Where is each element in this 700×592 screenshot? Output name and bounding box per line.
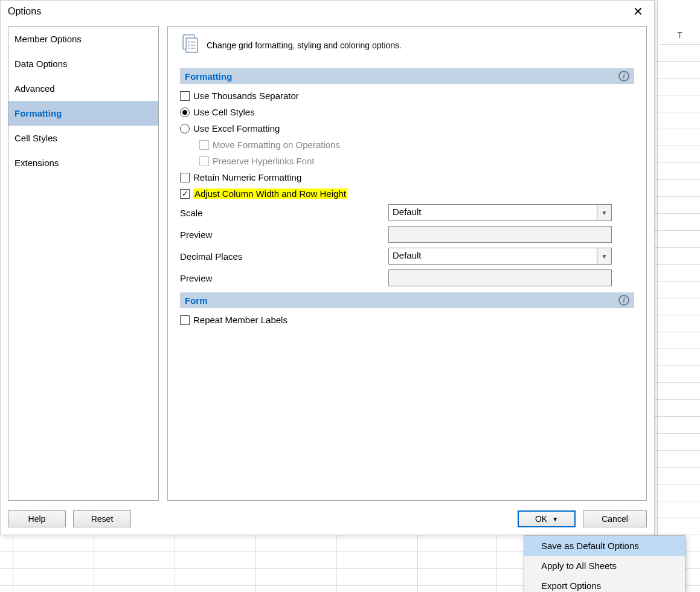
- ok-dropdown-menu: Save as Default Options Apply to All She…: [524, 535, 686, 592]
- info-icon[interactable]: i: [618, 71, 629, 82]
- checkbox-retain-numeric[interactable]: [180, 173, 190, 182]
- menu-export-options[interactable]: Export Options: [524, 576, 685, 592]
- close-icon[interactable]: ✕: [628, 3, 648, 20]
- checkbox-repeat-member-labels[interactable]: [180, 315, 190, 325]
- chevron-down-icon[interactable]: ▼: [597, 205, 611, 220]
- chevron-down-icon[interactable]: ▼: [552, 516, 558, 523]
- label-move-formatting: Move Formatting on Operations: [213, 140, 340, 150]
- label-adjust-column-width: Adjust Column Width and Row Height: [193, 188, 347, 199]
- sidebar-item-formatting[interactable]: Formatting: [8, 101, 158, 126]
- sidebar-item-cell-styles[interactable]: Cell Styles: [8, 126, 158, 150]
- category-sidebar: Member Options Data Options Advanced For…: [8, 26, 159, 501]
- label-preview-scale: Preview: [180, 230, 388, 240]
- ok-button-label: OK: [535, 514, 547, 524]
- label-decimal-places: Decimal Places: [180, 251, 388, 262]
- page-description: Change grid formatting, styling and colo…: [207, 40, 402, 50]
- combo-scale-value: Default: [389, 205, 597, 220]
- reset-button[interactable]: Reset: [73, 510, 131, 527]
- svg-point-4: [188, 44, 190, 46]
- sidebar-item-member-options[interactable]: Member Options: [8, 27, 158, 51]
- cancel-button[interactable]: Cancel: [583, 510, 647, 527]
- checkbox-move-formatting: [199, 140, 209, 150]
- button-bar: Help Reset OK ▼ Cancel: [8, 510, 647, 527]
- options-dialog: Options ✕ Member Options Data Options Ad…: [0, 0, 655, 535]
- svg-point-6: [188, 48, 190, 50]
- section-form-header: Form i: [180, 292, 634, 308]
- sidebar-item-data-options[interactable]: Data Options: [8, 51, 158, 76]
- combo-scale[interactable]: Default ▼: [388, 204, 612, 221]
- chevron-down-icon[interactable]: ▼: [597, 248, 611, 264]
- info-icon[interactable]: i: [618, 295, 629, 306]
- label-use-cell-styles: Use Cell Styles: [193, 107, 255, 117]
- section-formatting-header: Formatting i: [180, 68, 634, 84]
- label-preview-decimal: Preview: [180, 273, 388, 283]
- label-scale: Scale: [180, 208, 388, 218]
- label-use-thousands: Use Thousands Separator: [193, 91, 299, 101]
- help-button[interactable]: Help: [8, 510, 66, 527]
- dialog-title: Options: [8, 6, 41, 17]
- titlebar: Options ✕: [1, 1, 654, 26]
- menu-apply-all-sheets[interactable]: Apply to All Sheets: [524, 556, 685, 576]
- label-use-excel-formatting: Use Excel Formatting: [193, 123, 280, 134]
- label-preserve-hyperlinks: Preserve Hyperlinks Font: [213, 156, 314, 166]
- content-panel: Change grid formatting, styling and colo…: [167, 26, 647, 501]
- column-header-t[interactable]: T: [660, 28, 700, 45]
- combo-decimal-places[interactable]: Default ▼: [388, 248, 612, 265]
- sidebar-item-extensions[interactable]: Extensions: [8, 150, 158, 175]
- svg-point-2: [188, 41, 190, 43]
- checkbox-use-thousands[interactable]: [180, 91, 190, 101]
- combo-decimal-value: Default: [389, 248, 597, 264]
- field-preview-scale: [388, 226, 612, 243]
- sidebar-item-advanced[interactable]: Advanced: [8, 76, 158, 101]
- radio-use-excel-formatting[interactable]: [180, 124, 190, 134]
- label-retain-numeric: Retain Numeric Formatting: [193, 172, 301, 182]
- label-repeat-member-labels: Repeat Member Labels: [193, 315, 287, 325]
- page-icon: [180, 34, 201, 56]
- field-preview-decimal: [388, 269, 612, 286]
- radio-use-cell-styles[interactable]: [180, 108, 190, 117]
- menu-save-as-default[interactable]: Save as Default Options: [524, 536, 685, 556]
- checkbox-adjust-column-width[interactable]: ✓: [180, 189, 190, 199]
- ok-split-button[interactable]: OK ▼: [518, 510, 576, 527]
- checkbox-preserve-hyperlinks: [199, 156, 209, 166]
- section-form-title: Form: [185, 295, 208, 306]
- section-formatting-title: Formatting: [185, 71, 232, 82]
